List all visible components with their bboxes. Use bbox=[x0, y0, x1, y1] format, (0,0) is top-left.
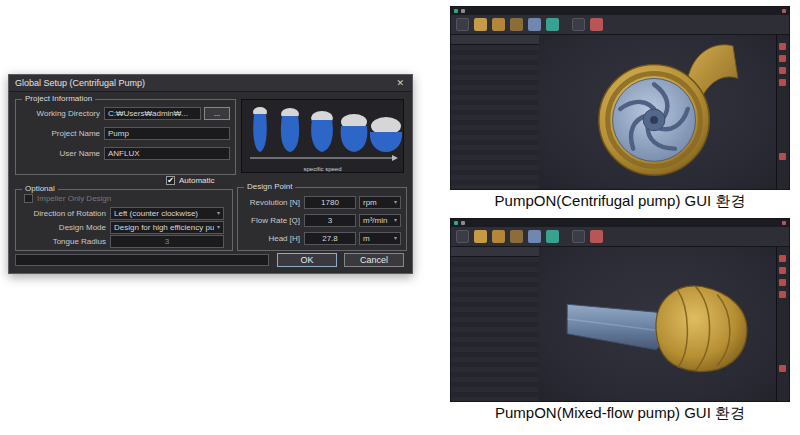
analysis-icon[interactable] bbox=[590, 18, 603, 31]
optional-legend: Optional bbox=[22, 184, 58, 193]
property-tree-panel[interactable] bbox=[451, 35, 540, 189]
window-titlebar[interactable] bbox=[451, 219, 789, 227]
chevron-down-icon: ▾ bbox=[394, 233, 397, 244]
revolution-unit-select[interactable]: rpm ▾ bbox=[359, 196, 401, 209]
project-tool-icon[interactable] bbox=[456, 18, 469, 31]
property-tree-panel[interactable] bbox=[451, 247, 540, 401]
flow-rate-label: Flow Rate [Q] bbox=[238, 214, 300, 227]
export-icon[interactable] bbox=[546, 230, 559, 243]
close-icon[interactable]: ✕ bbox=[394, 78, 406, 88]
dialog-title: Global Setup (Centrifugal Pump) bbox=[15, 78, 145, 88]
window-body bbox=[451, 35, 789, 189]
tongue-radius-input[interactable]: 3 bbox=[110, 235, 224, 248]
settings-icon[interactable] bbox=[572, 18, 585, 31]
ok-button[interactable]: OK bbox=[277, 253, 337, 267]
volute-design-icon[interactable] bbox=[510, 230, 523, 243]
window-toolbar bbox=[451, 227, 789, 247]
export-icon[interactable] bbox=[546, 18, 559, 31]
global-setup-dialog: Global Setup (Centrifugal Pump) ✕ Projec… bbox=[8, 74, 413, 274]
close-icon[interactable] bbox=[782, 221, 786, 225]
window-body bbox=[451, 247, 789, 401]
revolution-input[interactable]: 1780 bbox=[304, 196, 356, 209]
chevron-down-icon: ▾ bbox=[217, 222, 220, 233]
design-point-legend: Design Point bbox=[244, 182, 295, 191]
impeller-view-icon[interactable] bbox=[528, 18, 541, 31]
impeller-view-icon[interactable] bbox=[528, 230, 541, 243]
chevron-down-icon: ▾ bbox=[217, 208, 220, 219]
impeller-profile-image: specific speed bbox=[241, 99, 404, 173]
analysis-icon[interactable] bbox=[590, 230, 603, 243]
viewport-3d-centrifugal[interactable] bbox=[539, 35, 777, 189]
flow-rate-unit-value: m³/min bbox=[363, 215, 387, 226]
viewport-3d-mixedflow[interactable] bbox=[539, 247, 777, 401]
page: Global Setup (Centrifugal Pump) ✕ Projec… bbox=[0, 0, 800, 435]
direction-of-rotation-value: Left (counter clockwise) bbox=[114, 208, 198, 219]
design-point-group: Design Point Revolution [N] 1780 rpm ▾ F… bbox=[237, 187, 407, 251]
right-tool-strip bbox=[776, 247, 789, 401]
settings-icon[interactable] bbox=[572, 230, 585, 243]
blade-design-icon[interactable] bbox=[492, 230, 505, 243]
automatic-label: Automatic bbox=[179, 176, 215, 185]
view-cube-icon[interactable] bbox=[779, 43, 786, 50]
project-name-input[interactable]: Pump bbox=[104, 127, 230, 140]
design-mode-value: Design for high efficiency pu bbox=[114, 222, 214, 233]
centrifugal-caption: PumpON(Centrifugal pump) GUI 환경 bbox=[450, 192, 790, 211]
volute-design-icon[interactable] bbox=[510, 18, 523, 31]
centrifugal-pump-model bbox=[539, 35, 777, 189]
working-directory-input[interactable]: C:₩Users₩admin₩... bbox=[104, 107, 201, 120]
project-information-legend: Project Information bbox=[22, 94, 95, 103]
chevron-down-icon: ▾ bbox=[394, 197, 397, 208]
impeller-profile-svg bbox=[242, 100, 403, 164]
rotate-tool-icon[interactable] bbox=[779, 291, 786, 298]
right-tool-strip bbox=[776, 35, 789, 189]
view-cube-icon[interactable] bbox=[779, 255, 786, 262]
head-input[interactable]: 27.8 bbox=[304, 232, 356, 245]
cancel-button[interactable]: Cancel bbox=[344, 253, 404, 267]
measure-tool-icon[interactable] bbox=[779, 365, 786, 372]
dialog-titlebar[interactable]: Global Setup (Centrifugal Pump) ✕ bbox=[9, 75, 412, 92]
property-tree-header bbox=[451, 247, 539, 257]
window-titlebar[interactable] bbox=[451, 7, 789, 15]
impeller-only-label: Impeller Only Design bbox=[37, 194, 111, 203]
project-tool-icon[interactable] bbox=[456, 230, 469, 243]
head-label: Head [H] bbox=[238, 232, 300, 245]
direction-of-rotation-label: Direction of Rotation bbox=[18, 207, 106, 220]
rotate-tool-icon[interactable] bbox=[779, 79, 786, 86]
browse-button[interactable]: ... bbox=[204, 107, 230, 120]
specific-speed-axis-label: specific speed bbox=[242, 166, 403, 172]
pumpon-centrifugal-window bbox=[450, 6, 790, 190]
pan-tool-icon[interactable] bbox=[779, 279, 786, 286]
app-icon bbox=[454, 9, 458, 13]
pan-tool-icon[interactable] bbox=[779, 67, 786, 74]
flow-rate-unit-select[interactable]: m³/min ▾ bbox=[359, 214, 401, 227]
blade-design-icon[interactable] bbox=[492, 18, 505, 31]
optional-group: Optional Impeller Only Design Direction … bbox=[15, 189, 233, 251]
zoom-tool-icon[interactable] bbox=[779, 55, 786, 62]
revolution-unit-value: rpm bbox=[363, 197, 377, 208]
close-icon[interactable] bbox=[782, 9, 786, 13]
automatic-checkbox[interactable]: ✔ bbox=[166, 176, 175, 185]
meridional-design-icon[interactable] bbox=[474, 18, 487, 31]
automatic-checkbox-row[interactable]: ✔ Automatic bbox=[166, 176, 215, 185]
user-name-input[interactable]: ANFLUX bbox=[104, 147, 230, 160]
chevron-down-icon: ▾ bbox=[394, 215, 397, 226]
zoom-tool-icon[interactable] bbox=[779, 267, 786, 274]
progress-bar bbox=[15, 254, 269, 266]
flow-rate-input[interactable]: 3 bbox=[304, 214, 356, 227]
app-icon bbox=[454, 221, 458, 225]
mixedflow-pump-model bbox=[539, 247, 777, 401]
menu-icon bbox=[461, 9, 465, 13]
measure-tool-icon[interactable] bbox=[779, 153, 786, 160]
direction-of-rotation-select[interactable]: Left (counter clockwise) ▾ bbox=[110, 207, 224, 220]
dialog-body: Project Information Working Directory C:… bbox=[9, 92, 412, 273]
mixedflow-caption: PumpON(Mixed-flow pump) GUI 환경 bbox=[450, 404, 790, 423]
impeller-only-checkbox[interactable] bbox=[24, 194, 33, 203]
revolution-label: Revolution [N] bbox=[238, 196, 300, 209]
meridional-design-icon[interactable] bbox=[474, 230, 487, 243]
window-toolbar bbox=[451, 15, 789, 35]
impeller-only-row[interactable]: Impeller Only Design bbox=[24, 194, 111, 203]
working-directory-label: Working Directory bbox=[18, 107, 100, 120]
design-mode-select[interactable]: Design for high efficiency pu ▾ bbox=[110, 221, 224, 234]
design-mode-label: Design Mode bbox=[18, 221, 106, 234]
head-unit-select[interactable]: m ▾ bbox=[359, 232, 401, 245]
